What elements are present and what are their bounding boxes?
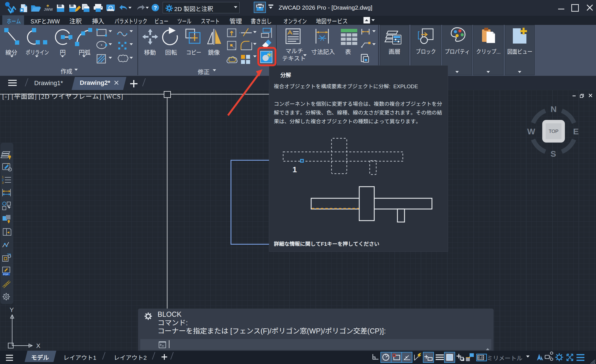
svg-text:1: 1: [292, 165, 297, 174]
svg-text:W: W: [527, 127, 535, 136]
svg-text:E: E: [573, 127, 579, 136]
svg-text:3: 3: [2, 181, 4, 184]
svg-text:X: X: [36, 342, 40, 349]
svg-text:N: N: [550, 104, 557, 114]
svg-text:PGP: PGP: [3, 273, 8, 276]
svg-text:TOP: TOP: [549, 129, 559, 134]
svg-text:S: S: [550, 149, 556, 158]
svg-text:Y: Y: [10, 306, 14, 313]
svg-text:0.0: 0.0: [478, 356, 483, 360]
